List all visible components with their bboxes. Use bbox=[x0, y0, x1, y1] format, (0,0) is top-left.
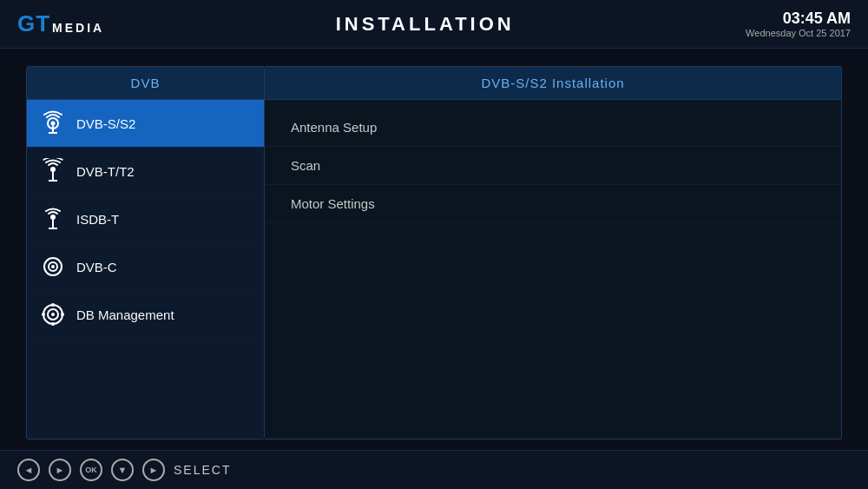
sidebar-item-dvb-c[interactable]: DVB-C bbox=[27, 243, 264, 291]
sidebar-item-isdb-t[interactable]: ISDB-T bbox=[27, 195, 264, 243]
logo-gt: GT bbox=[17, 10, 50, 37]
sidebar-label-dvb-s-s2: DVB-S/S2 bbox=[76, 116, 135, 131]
sub-item-scan[interactable]: Scan bbox=[265, 147, 841, 185]
main-content: DVB DVB-S/S2 DVB-T/T2 bbox=[26, 66, 842, 439]
sidebar-label-isdb-t: ISDB-T bbox=[76, 212, 119, 227]
right-panel-header: DVB-S/S2 Installation bbox=[265, 67, 841, 100]
sidebar-item-dvb-s-s2[interactable]: DVB-S/S2 bbox=[27, 100, 264, 148]
left-panel-header: DVB bbox=[27, 67, 264, 100]
svg-point-18 bbox=[42, 313, 45, 316]
svg-point-12 bbox=[51, 265, 55, 268]
svg-point-19 bbox=[61, 313, 64, 316]
right-panel: DVB-S/S2 Installation Antenna Setup Scan… bbox=[265, 66, 842, 439]
footer-btn-back[interactable]: ◄ bbox=[17, 459, 40, 481]
svg-point-16 bbox=[51, 303, 55, 307]
right-panel-content: Antenna Setup Scan Motor Settings bbox=[265, 100, 841, 232]
page-title: INSTALLATION bbox=[336, 13, 515, 36]
clock-date: Wednesday Oct 25 2017 bbox=[746, 28, 851, 38]
header: GT MEDIA INSTALLATION 03:45 AM Wednesday… bbox=[0, 0, 868, 49]
footer-btn-down[interactable]: ▼ bbox=[111, 459, 134, 481]
sidebar-item-dvb-t-t2[interactable]: DVB-T/T2 bbox=[27, 148, 264, 195]
sidebar-label-dvb-t-t2: DVB-T/T2 bbox=[76, 164, 135, 179]
footer-btn-right[interactable]: ► bbox=[142, 459, 165, 481]
logo: GT MEDIA bbox=[17, 10, 104, 37]
footer: ◄ ► OK ▼ ► SELECT bbox=[0, 450, 868, 489]
sub-item-motor-settings[interactable]: Motor Settings bbox=[265, 185, 841, 223]
footer-select-label: SELECT bbox=[174, 463, 231, 477]
sidebar-label-db-management: DB Management bbox=[76, 307, 174, 322]
dvb-t-t2-icon bbox=[40, 158, 66, 184]
sub-item-antenna-setup[interactable]: Antenna Setup bbox=[265, 109, 841, 147]
dvb-c-icon bbox=[40, 254, 66, 280]
sidebar-item-db-management[interactable]: DB Management bbox=[27, 291, 264, 339]
clock-area: 03:45 AM Wednesday Oct 25 2017 bbox=[746, 10, 851, 38]
svg-point-7 bbox=[50, 215, 56, 220]
svg-point-4 bbox=[50, 167, 56, 172]
left-panel: DVB DVB-S/S2 DVB-T/T2 bbox=[26, 66, 265, 439]
logo-media: MEDIA bbox=[52, 14, 104, 35]
clock-time: 03:45 AM bbox=[746, 10, 851, 28]
footer-btn-ok[interactable]: OK bbox=[80, 459, 102, 481]
dvb-s-s2-icon bbox=[40, 110, 66, 136]
svg-point-17 bbox=[51, 322, 55, 326]
isdb-t-icon bbox=[40, 206, 66, 232]
svg-point-15 bbox=[51, 313, 55, 316]
footer-btn-forward[interactable]: ► bbox=[49, 459, 71, 481]
db-management-icon bbox=[40, 301, 66, 327]
svg-point-1 bbox=[51, 122, 56, 126]
sidebar-label-dvb-c: DVB-C bbox=[76, 260, 117, 274]
